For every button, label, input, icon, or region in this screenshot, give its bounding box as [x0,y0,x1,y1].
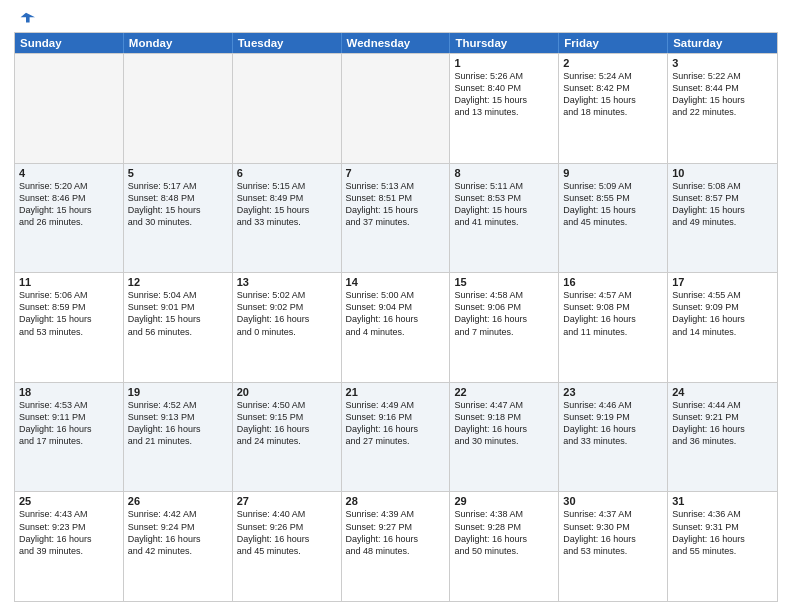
day-number: 2 [563,57,663,69]
calendar-cell: 24Sunrise: 4:44 AM Sunset: 9:21 PM Dayli… [668,383,777,492]
day-info: Sunrise: 4:50 AM Sunset: 9:15 PM Dayligh… [237,399,337,448]
calendar-cell: 19Sunrise: 4:52 AM Sunset: 9:13 PM Dayli… [124,383,233,492]
calendar-cell: 14Sunrise: 5:00 AM Sunset: 9:04 PM Dayli… [342,273,451,382]
day-info: Sunrise: 4:52 AM Sunset: 9:13 PM Dayligh… [128,399,228,448]
day-number: 1 [454,57,554,69]
day-info: Sunrise: 5:08 AM Sunset: 8:57 PM Dayligh… [672,180,773,229]
calendar-cell: 5Sunrise: 5:17 AM Sunset: 8:48 PM Daylig… [124,164,233,273]
calendar-cell: 31Sunrise: 4:36 AM Sunset: 9:31 PM Dayli… [668,492,777,601]
calendar-cell [342,54,451,163]
header-cell-tuesday: Tuesday [233,33,342,53]
day-number: 25 [19,495,119,507]
day-number: 11 [19,276,119,288]
calendar-cell: 22Sunrise: 4:47 AM Sunset: 9:18 PM Dayli… [450,383,559,492]
day-info: Sunrise: 5:15 AM Sunset: 8:49 PM Dayligh… [237,180,337,229]
calendar-cell [15,54,124,163]
calendar-cell: 25Sunrise: 4:43 AM Sunset: 9:23 PM Dayli… [15,492,124,601]
calendar-row-5: 25Sunrise: 4:43 AM Sunset: 9:23 PM Dayli… [15,491,777,601]
calendar-row-3: 11Sunrise: 5:06 AM Sunset: 8:59 PM Dayli… [15,272,777,382]
calendar-cell: 11Sunrise: 5:06 AM Sunset: 8:59 PM Dayli… [15,273,124,382]
day-number: 17 [672,276,773,288]
day-number: 27 [237,495,337,507]
svg-marker-0 [21,13,35,23]
day-info: Sunrise: 5:06 AM Sunset: 8:59 PM Dayligh… [19,289,119,338]
day-number: 3 [672,57,773,69]
day-number: 9 [563,167,663,179]
page: SundayMondayTuesdayWednesdayThursdayFrid… [0,0,792,612]
header-cell-friday: Friday [559,33,668,53]
calendar-cell: 12Sunrise: 5:04 AM Sunset: 9:01 PM Dayli… [124,273,233,382]
day-number: 8 [454,167,554,179]
calendar-cell: 28Sunrise: 4:39 AM Sunset: 9:27 PM Dayli… [342,492,451,601]
logo-bird-icon [17,10,35,28]
day-info: Sunrise: 4:58 AM Sunset: 9:06 PM Dayligh… [454,289,554,338]
day-info: Sunrise: 4:39 AM Sunset: 9:27 PM Dayligh… [346,508,446,557]
calendar-cell [124,54,233,163]
day-number: 29 [454,495,554,507]
day-number: 7 [346,167,446,179]
day-info: Sunrise: 5:04 AM Sunset: 9:01 PM Dayligh… [128,289,228,338]
calendar-cell: 27Sunrise: 4:40 AM Sunset: 9:26 PM Dayli… [233,492,342,601]
day-number: 20 [237,386,337,398]
calendar-cell: 30Sunrise: 4:37 AM Sunset: 9:30 PM Dayli… [559,492,668,601]
day-info: Sunrise: 4:42 AM Sunset: 9:24 PM Dayligh… [128,508,228,557]
calendar-cell: 2Sunrise: 5:24 AM Sunset: 8:42 PM Daylig… [559,54,668,163]
calendar-row-2: 4Sunrise: 5:20 AM Sunset: 8:46 PM Daylig… [15,163,777,273]
day-info: Sunrise: 5:26 AM Sunset: 8:40 PM Dayligh… [454,70,554,119]
day-info: Sunrise: 5:13 AM Sunset: 8:51 PM Dayligh… [346,180,446,229]
calendar-cell: 8Sunrise: 5:11 AM Sunset: 8:53 PM Daylig… [450,164,559,273]
calendar-cell: 20Sunrise: 4:50 AM Sunset: 9:15 PM Dayli… [233,383,342,492]
day-info: Sunrise: 5:02 AM Sunset: 9:02 PM Dayligh… [237,289,337,338]
day-info: Sunrise: 5:22 AM Sunset: 8:44 PM Dayligh… [672,70,773,119]
header-cell-thursday: Thursday [450,33,559,53]
day-info: Sunrise: 4:47 AM Sunset: 9:18 PM Dayligh… [454,399,554,448]
day-number: 26 [128,495,228,507]
day-info: Sunrise: 4:53 AM Sunset: 9:11 PM Dayligh… [19,399,119,448]
day-info: Sunrise: 5:24 AM Sunset: 8:42 PM Dayligh… [563,70,663,119]
day-number: 28 [346,495,446,507]
calendar: SundayMondayTuesdayWednesdayThursdayFrid… [14,32,778,602]
calendar-cell: 16Sunrise: 4:57 AM Sunset: 9:08 PM Dayli… [559,273,668,382]
day-number: 30 [563,495,663,507]
calendar-cell: 29Sunrise: 4:38 AM Sunset: 9:28 PM Dayli… [450,492,559,601]
calendar-cell: 7Sunrise: 5:13 AM Sunset: 8:51 PM Daylig… [342,164,451,273]
day-info: Sunrise: 4:40 AM Sunset: 9:26 PM Dayligh… [237,508,337,557]
day-info: Sunrise: 5:20 AM Sunset: 8:46 PM Dayligh… [19,180,119,229]
day-info: Sunrise: 5:00 AM Sunset: 9:04 PM Dayligh… [346,289,446,338]
calendar-cell: 26Sunrise: 4:42 AM Sunset: 9:24 PM Dayli… [124,492,233,601]
day-info: Sunrise: 4:36 AM Sunset: 9:31 PM Dayligh… [672,508,773,557]
calendar-cell [233,54,342,163]
day-number: 15 [454,276,554,288]
day-number: 21 [346,386,446,398]
header-cell-saturday: Saturday [668,33,777,53]
day-info: Sunrise: 4:46 AM Sunset: 9:19 PM Dayligh… [563,399,663,448]
header [14,10,778,26]
calendar-cell: 9Sunrise: 5:09 AM Sunset: 8:55 PM Daylig… [559,164,668,273]
calendar-cell: 1Sunrise: 5:26 AM Sunset: 8:40 PM Daylig… [450,54,559,163]
day-number: 24 [672,386,773,398]
calendar-cell: 17Sunrise: 4:55 AM Sunset: 9:09 PM Dayli… [668,273,777,382]
day-number: 31 [672,495,773,507]
day-number: 19 [128,386,228,398]
day-info: Sunrise: 4:44 AM Sunset: 9:21 PM Dayligh… [672,399,773,448]
day-number: 13 [237,276,337,288]
header-cell-wednesday: Wednesday [342,33,451,53]
day-number: 12 [128,276,228,288]
calendar-cell: 3Sunrise: 5:22 AM Sunset: 8:44 PM Daylig… [668,54,777,163]
day-info: Sunrise: 4:57 AM Sunset: 9:08 PM Dayligh… [563,289,663,338]
day-info: Sunrise: 5:17 AM Sunset: 8:48 PM Dayligh… [128,180,228,229]
day-number: 10 [672,167,773,179]
day-info: Sunrise: 4:43 AM Sunset: 9:23 PM Dayligh… [19,508,119,557]
calendar-cell: 6Sunrise: 5:15 AM Sunset: 8:49 PM Daylig… [233,164,342,273]
day-number: 18 [19,386,119,398]
day-info: Sunrise: 4:55 AM Sunset: 9:09 PM Dayligh… [672,289,773,338]
day-info: Sunrise: 4:49 AM Sunset: 9:16 PM Dayligh… [346,399,446,448]
day-number: 5 [128,167,228,179]
day-number: 16 [563,276,663,288]
logo [14,10,35,26]
calendar-cell: 10Sunrise: 5:08 AM Sunset: 8:57 PM Dayli… [668,164,777,273]
day-number: 23 [563,386,663,398]
day-number: 14 [346,276,446,288]
day-number: 4 [19,167,119,179]
day-info: Sunrise: 4:37 AM Sunset: 9:30 PM Dayligh… [563,508,663,557]
